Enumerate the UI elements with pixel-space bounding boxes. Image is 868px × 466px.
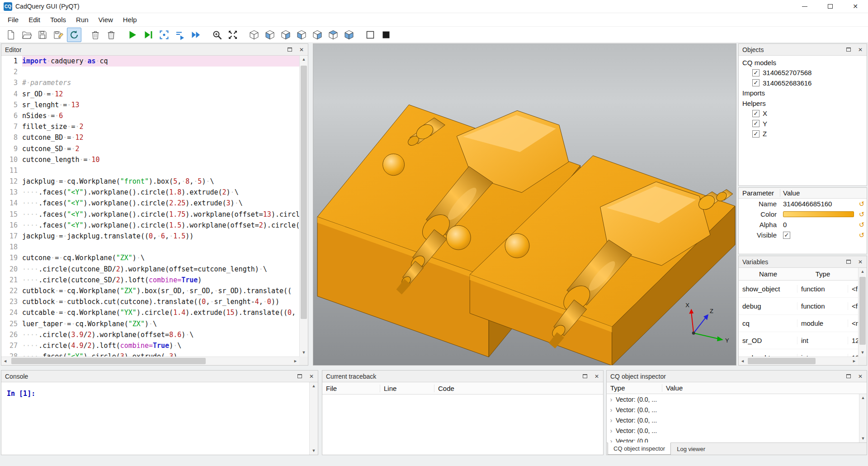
- menu-tools[interactable]: Tools: [45, 14, 71, 25]
- code-line[interactable]: 11: [1, 165, 299, 176]
- view-back-button[interactable]: [278, 28, 293, 42]
- console-dock-titlebar[interactable]: Console ✕: [1, 371, 318, 382]
- scroll-down-icon[interactable]: ▼: [859, 435, 867, 442]
- code-line[interactable]: 28····.faces("<Y").circle(3).extrude(-3): [1, 351, 299, 357]
- variable-row[interactable]: sr_lenghtint13: [739, 349, 858, 357]
- render-button[interactable]: [125, 28, 140, 42]
- code-line[interactable]: 9cutcone_SD·=·2: [1, 143, 299, 154]
- code-line[interactable]: 21····.circle(cutcone_SD/2).loft(combine…: [1, 275, 299, 285]
- shaded-button[interactable]: [379, 28, 393, 42]
- editor-horizontal-scrollbar[interactable]: ◄ ►: [1, 357, 299, 365]
- code-line[interactable]: 10cutcone_length·=·10: [1, 154, 299, 165]
- code-line[interactable]: 14····.faces("<Y").workplane().circle(2.…: [1, 198, 299, 209]
- run-console-button[interactable]: [173, 28, 187, 42]
- code-line[interactable]: 24cutcable·=·cq.Workplane("YX").circle(1…: [1, 307, 299, 318]
- checkbox-checked-icon[interactable]: ✓: [752, 79, 760, 86]
- maximize-button[interactable]: [817, 0, 843, 13]
- scrollbar-thumb[interactable]: [301, 66, 307, 319]
- parameter-row-name[interactable]: Name3140646685160↺: [739, 199, 867, 209]
- autoreload-button[interactable]: [67, 28, 81, 42]
- reset-icon[interactable]: ↺: [857, 210, 867, 219]
- code-line[interactable]: 23cutblock·=·cutblock.cut(cutcone).trans…: [1, 296, 299, 307]
- scrollbar-thumb[interactable]: [748, 358, 816, 364]
- code-line[interactable]: 15····.faces("<Y").workplane().circle(1.…: [1, 209, 299, 220]
- variables-dock-titlebar[interactable]: Variables ✕: [739, 256, 867, 268]
- inspector-row[interactable]: ›Vector: (0.0, ...: [607, 425, 859, 436]
- close-panel-icon[interactable]: ✕: [593, 373, 600, 380]
- console-input-area[interactable]: In [1]:: [1, 382, 309, 455]
- expand-chevron-icon[interactable]: ›: [607, 395, 616, 403]
- tab-cq-object-inspector[interactable]: CQ object inspector: [608, 442, 671, 455]
- expand-chevron-icon[interactable]: ›: [607, 437, 616, 442]
- code-line[interactable]: 19cutcone·=·cq.Workplane("ZX")·\: [1, 252, 299, 263]
- code-line[interactable]: 12jackplug·=·cq.Workplane("front").box(5…: [1, 176, 299, 187]
- new-file-button[interactable]: [4, 28, 18, 42]
- view-bottom-button[interactable]: [342, 28, 356, 42]
- menu-edit[interactable]: Edit: [24, 14, 45, 25]
- close-panel-icon[interactable]: ✕: [857, 46, 864, 53]
- close-panel-icon[interactable]: ✕: [298, 46, 305, 53]
- code-line[interactable]: 22cutblock·=·cq.Workplane("ZX").box(sr_O…: [1, 285, 299, 296]
- edit-selection-button[interactable]: [157, 28, 171, 42]
- reset-icon[interactable]: ↺: [857, 231, 867, 239]
- expand-chevron-icon[interactable]: ›: [607, 406, 616, 414]
- scroll-down-icon[interactable]: ▼: [300, 349, 308, 357]
- code-line[interactable]: 20····.circle(cutcone_BD/2).workplane(of…: [1, 264, 299, 275]
- menu-help[interactable]: Help: [118, 14, 142, 25]
- scroll-down-icon[interactable]: ▼: [859, 349, 867, 357]
- code-editor[interactable]: 1import·cadquery·as·cq23#·parameters4sr_…: [1, 56, 299, 357]
- view-left-button[interactable]: [294, 28, 309, 42]
- view-iso-button[interactable]: [247, 28, 261, 42]
- tree-item-helpers[interactable]: Helpers: [739, 98, 867, 109]
- code-line[interactable]: 16····.faces("<Y").workplane().circle(1.…: [1, 220, 299, 231]
- variable-row[interactable]: cqmodule<m: [739, 315, 858, 332]
- float-panel-icon[interactable]: [845, 46, 852, 53]
- code-line[interactable]: 27····.circle(4.9/2).loft(combine=True)·…: [1, 340, 299, 351]
- inspector-row[interactable]: ›Vector: (0.0, ...: [607, 436, 859, 442]
- parameter-row-visible[interactable]: Visible✓↺: [739, 230, 867, 240]
- close-button[interactable]: ✕: [843, 0, 868, 13]
- code-line[interactable]: 26····.circle(3.9/2).workplane(offset=8.…: [1, 329, 299, 340]
- close-panel-icon[interactable]: ✕: [308, 373, 315, 380]
- tree-item-3140652683616[interactable]: ✓3140652683616: [739, 78, 867, 88]
- wireframe-button[interactable]: [363, 28, 377, 42]
- checkbox-checked-icon[interactable]: ✓: [752, 130, 760, 138]
- open-file-button[interactable]: [19, 28, 34, 42]
- clear-console-button[interactable]: [88, 28, 103, 42]
- checkbox-checked-icon[interactable]: ✓: [752, 120, 760, 127]
- variables-vertical-scrollbar[interactable]: ▲ ▼: [858, 268, 867, 357]
- traceback-dock-titlebar[interactable]: Current traceback ✕: [322, 371, 603, 382]
- viewport-3d[interactable]: X Z Y: [313, 43, 736, 366]
- continue-button[interactable]: [189, 28, 203, 42]
- menu-file[interactable]: File: [3, 14, 24, 25]
- scroll-up-icon[interactable]: ▲: [310, 382, 318, 390]
- inspector-row[interactable]: ›Vector: (0.0, ...: [607, 415, 859, 425]
- code-line[interactable]: 18: [1, 242, 299, 252]
- code-line[interactable]: 8cutcone_BD·=·12: [1, 132, 299, 143]
- tree-item-y[interactable]: ✓Y: [739, 119, 867, 129]
- console-vertical-scrollbar[interactable]: ▲ ▼: [309, 382, 318, 455]
- reset-icon[interactable]: ↺: [857, 200, 867, 208]
- minimize-button[interactable]: [792, 0, 817, 13]
- debug-button[interactable]: [141, 28, 156, 42]
- checkbox-checked-icon[interactable]: ✓: [752, 110, 760, 117]
- scroll-up-icon[interactable]: ▲: [300, 56, 308, 63]
- inspector-row[interactable]: ›Vector: (0.0, ...: [607, 394, 859, 404]
- editor-dock-titlebar[interactable]: Editor ✕: [1, 44, 308, 56]
- code-line[interactable]: 2: [1, 67, 299, 77]
- float-panel-icon[interactable]: [296, 373, 303, 380]
- view-top-button[interactable]: [326, 28, 340, 42]
- close-panel-icon[interactable]: ✕: [857, 258, 864, 266]
- objects-dock-titlebar[interactable]: Objects ✕: [739, 44, 867, 56]
- code-line[interactable]: 6nSides·=·6: [1, 110, 299, 121]
- code-line[interactable]: 5sr_lenght·=·13: [1, 100, 299, 110]
- variables-horizontal-scrollbar[interactable]: ◄ ►: [739, 357, 858, 365]
- view-front-button[interactable]: [263, 28, 277, 42]
- scrollbar-thumb[interactable]: [859, 277, 866, 345]
- expand-chevron-icon[interactable]: ›: [607, 427, 616, 434]
- inspector-row[interactable]: ›Vector: (0.0, ...: [607, 404, 859, 415]
- scroll-up-icon[interactable]: ▲: [859, 268, 867, 276]
- tree-item-3140652707568[interactable]: ✓3140652707568: [739, 68, 867, 78]
- variable-row[interactable]: show_objectfunction<f: [739, 281, 858, 298]
- fit-all-button[interactable]: [226, 28, 240, 42]
